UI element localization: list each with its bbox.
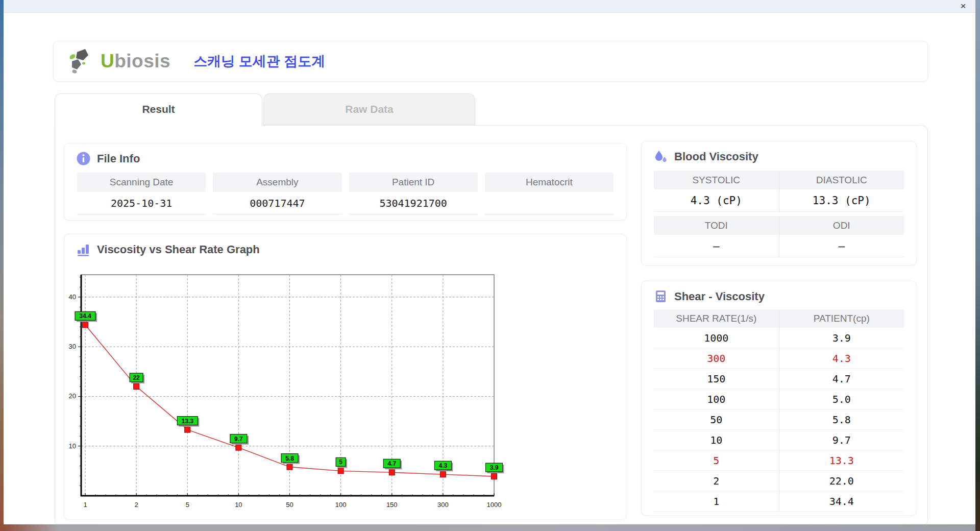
brand-name: Ubiosis xyxy=(101,51,170,72)
info-icon xyxy=(77,152,90,165)
svg-text:3.9: 3.9 xyxy=(490,464,499,471)
patient-cp-cell: 3.9 xyxy=(779,328,904,348)
svg-text:2: 2 xyxy=(135,501,138,509)
file-info-field-patient-id: Patient ID53041921700 xyxy=(349,173,478,214)
desktop-edge-right xyxy=(975,0,980,531)
patient-cp-cell: 5.0 xyxy=(779,389,904,409)
brand-rest: biosis xyxy=(114,51,170,71)
desktop-edge-left xyxy=(0,0,4,531)
table-row-shear-1000: 10003.9 xyxy=(654,328,904,348)
bv-header-todi: TODI xyxy=(654,216,779,235)
svg-text:30: 30 xyxy=(69,343,76,350)
graph-title: Viscosity vs Shear Rate Graph xyxy=(97,243,260,256)
bv-value-todi: – xyxy=(654,235,779,257)
close-icon[interactable]: × xyxy=(957,1,969,12)
table-row-shear-10: 109.7 xyxy=(654,430,904,450)
app-header: Ubiosis 스캐닝 모세관 점도계 xyxy=(53,41,928,82)
bv-header-odi: ODI xyxy=(779,216,904,235)
svg-text:100: 100 xyxy=(335,501,347,509)
svg-text:20: 20 xyxy=(69,392,76,400)
shear-rate-cell: 300 xyxy=(654,348,779,368)
svg-text:40: 40 xyxy=(69,293,76,301)
file-info-fields: Scanning Date2025-10-31Assembly000717447… xyxy=(64,165,626,214)
shear-rate-cell: 5 xyxy=(654,450,779,470)
svg-text:10: 10 xyxy=(235,501,242,509)
shear-table-header: SHEAR RATE(1/s) PATIENT(cp) xyxy=(654,309,904,328)
patient-cp-cell: 4.3 xyxy=(779,348,904,368)
svg-text:4.7: 4.7 xyxy=(387,460,396,467)
bv-value-odi: – xyxy=(779,235,904,257)
blood-drops-icon xyxy=(654,150,668,163)
table-row-shear-300: 3004.3 xyxy=(654,348,904,369)
file-info-field-hematocrit: Hematocrit xyxy=(485,173,614,214)
bv-header-diastolic: DIASTOLIC xyxy=(779,171,904,189)
table-row-shear-50: 505.8 xyxy=(654,409,904,430)
shear-rate-cell: 50 xyxy=(654,409,779,429)
field-value: 53041921700 xyxy=(349,192,478,214)
tab-raw-data[interactable]: Raw Data xyxy=(263,93,475,125)
file-info-field-assembly: Assembly000717447 xyxy=(213,173,341,214)
table-row-shear-1: 134.4 xyxy=(654,491,904,512)
shear-viscosity-card: Shear - Viscosity SHEAR RATE(1/s) PATIEN… xyxy=(641,281,917,516)
shear-rate-cell: 150 xyxy=(654,369,779,389)
bv-header-systolic: SYSTOLIC xyxy=(654,171,779,189)
svg-text:150: 150 xyxy=(386,501,398,509)
file-info-card: File Info Scanning Date2025-10-31Assembl… xyxy=(64,143,627,221)
table-row-shear-100: 1005.0 xyxy=(654,389,904,409)
file-info-title: File Info xyxy=(97,152,140,165)
shear-rate-cell: 10 xyxy=(654,430,779,450)
svg-text:4.3: 4.3 xyxy=(439,462,448,469)
bar-chart-icon xyxy=(77,243,90,256)
patient-cp-cell: 9.7 xyxy=(779,430,904,450)
shear-rate-cell: 1000 xyxy=(654,328,779,348)
svg-text:300: 300 xyxy=(437,501,449,509)
svg-text:1: 1 xyxy=(83,501,87,509)
svg-text:34.4: 34.4 xyxy=(79,312,91,320)
ubiosis-logo-icon xyxy=(68,48,97,75)
field-value: 2025-10-31 xyxy=(77,192,206,214)
field-label: Scanning Date xyxy=(77,173,206,192)
blood-viscosity-card: Blood Viscosity SYSTOLICDIASTOLIC4.3 (cP… xyxy=(641,141,917,266)
field-label: Assembly xyxy=(213,173,341,192)
svg-text:50: 50 xyxy=(286,501,293,509)
brand-letter-u: U xyxy=(101,51,114,71)
svg-text:10: 10 xyxy=(69,442,76,450)
patient-cp-cell: 4.7 xyxy=(779,369,904,389)
table-row-shear-150: 1504.7 xyxy=(654,369,904,389)
shear-rate-cell: 100 xyxy=(654,389,779,409)
svg-text:13.3: 13.3 xyxy=(182,418,194,425)
desktop-edge-bottom xyxy=(0,524,980,531)
blood-viscosity-table: SYSTOLICDIASTOLIC4.3 (cP)13.3 (cP)TODIOD… xyxy=(654,171,904,257)
svg-text:5: 5 xyxy=(186,501,189,509)
shear-viscosity-title: Shear - Viscosity xyxy=(674,290,765,303)
field-label: Patient ID xyxy=(349,173,478,192)
shear-rate-col-header: SHEAR RATE(1/s) xyxy=(654,309,779,328)
file-info-field-scanning-date: Scanning Date2025-10-31 xyxy=(77,173,206,214)
patient-cp-cell: 22.0 xyxy=(779,471,904,491)
svg-text:5: 5 xyxy=(339,458,342,466)
bv-value-diastolic: 13.3 (cP) xyxy=(779,189,904,212)
calculator-icon xyxy=(654,289,668,303)
shear-rate-cell: 2 xyxy=(654,471,779,491)
field-value: 000717447 xyxy=(213,192,341,214)
patient-col-header: PATIENT(cp) xyxy=(779,309,904,328)
viscosity-chart: 102030401251050100150300100034.42213.39.… xyxy=(67,269,623,514)
patient-cp-cell: 13.3 xyxy=(779,450,904,470)
window-titlebar: × xyxy=(4,0,975,13)
table-row-shear-5: 513.3 xyxy=(654,450,904,471)
svg-text:5.8: 5.8 xyxy=(285,455,294,462)
shear-table: SHEAR RATE(1/s) PATIENT(cp) 10003.93004.… xyxy=(654,309,904,512)
blood-viscosity-title: Blood Viscosity xyxy=(674,150,758,163)
brand-logo: Ubiosis xyxy=(68,48,170,75)
shear-rate-cell: 1 xyxy=(654,491,779,511)
patient-cp-cell: 5.8 xyxy=(779,409,904,429)
patient-cp-cell: 34.4 xyxy=(779,491,904,511)
svg-text:22: 22 xyxy=(133,374,140,381)
svg-text:1000: 1000 xyxy=(487,501,502,509)
bv-value-systolic: 4.3 (cP) xyxy=(654,189,779,212)
tab-result[interactable]: Result xyxy=(55,93,262,126)
field-label: Hematocrit xyxy=(485,173,614,192)
field-value xyxy=(485,192,614,214)
svg-text:9.7: 9.7 xyxy=(234,436,243,443)
viscosity-graph-card: Viscosity vs Shear Rate Graph 1020304012… xyxy=(64,234,627,520)
